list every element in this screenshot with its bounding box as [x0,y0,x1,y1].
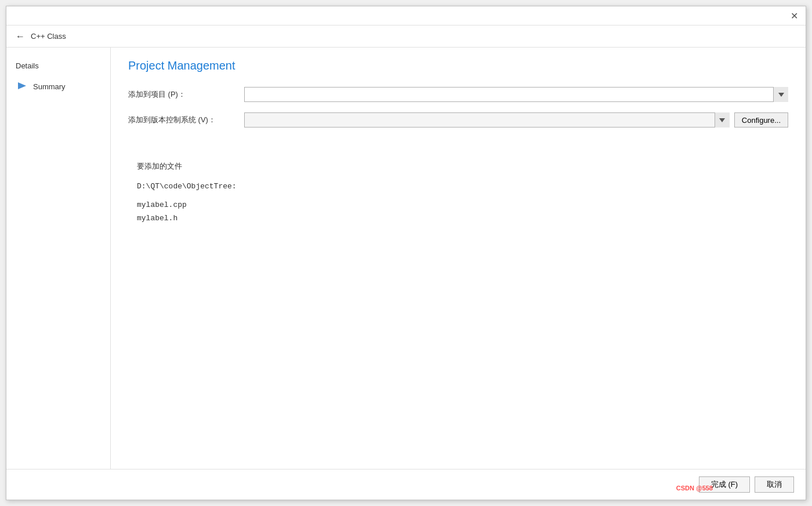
dialog-body: Details Summary Project Management 添加到项目… [6,48,806,469]
summary-section: 要添加的文件 D:\QT\code\ObjectTree: mylabel.cp… [128,151,788,234]
project-select-input[interactable]: ObjectTree.pro [244,87,788,102]
sidebar-item-details[interactable]: Details [12,59,104,72]
main-content: Project Management 添加到项目 (P)： ObjectTree… [111,48,806,469]
sidebar-item-details-label: Details [16,61,39,70]
sidebar-item-summary[interactable]: Summary [12,77,104,96]
dialog-window: ✕ ← C++ Class Details Summary Project Ma… [6,6,806,500]
summary-title: 要添加的文件 [137,159,780,173]
project-select-wrapper: ObjectTree.pro [244,87,788,102]
summary-file-0: mylabel.cpp [137,198,780,212]
form-row-vcs: 添加到版本控制系统 (V)： <None> Configure... [128,112,788,128]
cancel-button[interactable]: 取消 [755,476,794,493]
sidebar-item-summary-label: Summary [33,82,66,91]
vcs-label: 添加到版本控制系统 (V)： [128,115,244,125]
dialog-footer: 完成 (F) 取消 [6,469,806,500]
wizard-title: C++ Class [31,32,66,41]
project-label: 添加到项目 (P)： [128,89,244,100]
vcs-select-container: <None> [244,112,730,128]
summary-path: D:\QT\code\ObjectTree: [137,180,780,193]
configure-button[interactable]: Configure... [734,112,788,128]
vcs-select-input[interactable]: <None> [244,112,730,128]
sidebar: Details Summary [6,48,111,469]
summary-files: mylabel.cpp mylabel.h [137,198,780,225]
vcs-select-wrapper: <None> Configure... [244,112,788,128]
finish-button[interactable]: 完成 (F) [699,476,750,493]
header-bar: ← C++ Class [6,26,806,48]
summary-file-1: mylabel.h [137,212,780,225]
close-button[interactable]: ✕ [788,10,800,21]
back-arrow-icon[interactable]: ← [16,32,25,41]
arrow-right-icon [16,79,28,94]
page-title: Project Management [128,59,788,72]
project-select-container: ObjectTree.pro [244,87,788,102]
svg-marker-0 [18,82,26,89]
form-row-project: 添加到项目 (P)： ObjectTree.pro [128,87,788,102]
title-bar: ✕ [6,6,806,26]
